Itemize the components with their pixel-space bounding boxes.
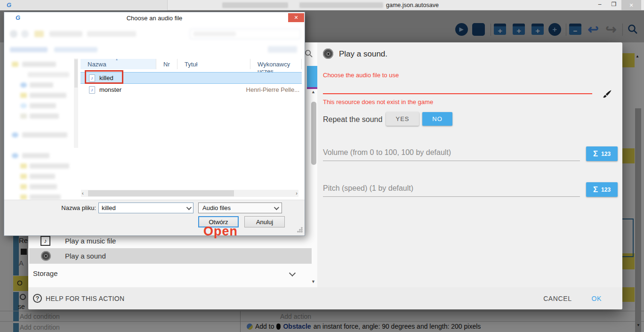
scroll-right-arrow[interactable]: › [296,190,298,196]
scroll-left-arrow[interactable]: ‹ [82,190,84,196]
screen: ▶ ＋ ＋ ＋ ＋ − ↩ ↪ Re A O se Add condition … [0,0,644,332]
column-separator [250,59,250,69]
gdevelop-icon: G [7,1,11,8]
filetype-combobox[interactable]: Audio files [198,202,282,213]
tab-accent-bar [307,87,317,89]
list-header-row: Nazwa ▲ Nr Tytuł Wykonawcy uczes... [80,59,302,69]
column-separator [177,59,177,69]
audio-file-icon: ♪ [89,86,95,94]
close-button[interactable]: ✕ [621,0,641,10]
column-separator [156,59,156,69]
pitch-expression-button[interactable]: Σ 123 [586,182,618,197]
scrollbar-thumb[interactable] [88,190,234,196]
numbers-icon: 123 [601,151,611,157]
choose-audio-file-dialog: G Choose an audio file ✕ [4,12,305,236]
filetype-value: Audio files [202,204,231,211]
window-title-blurred [299,2,383,8]
help-icon: ? [33,294,42,303]
sigma-icon: Σ [593,149,598,159]
gdevelop-icon: G [16,14,20,21]
list-scrollbar-thumb[interactable] [311,102,316,165]
column-separator [301,59,302,69]
help-label: HELP FOR THIS ACTION [46,295,124,302]
speaker-icon [41,251,51,261]
window-titlebar: G game.json.autosave – ❐ ✕ [0,0,644,10]
ok-button[interactable]: OK [592,295,602,302]
column-header-nr[interactable]: Nr [163,61,170,68]
filename-combobox[interactable]: killed [98,202,193,213]
file-artist: Henri-Pierre Pelle... [246,86,299,93]
annotation-red-box [85,70,123,84]
resource-error-text: This resource does not exist in the game [323,98,433,105]
repeat-label: Repeat the sound [323,115,382,124]
file-dialog-toolbar-blurred [6,24,304,55]
volume-input[interactable] [323,151,580,161]
combo-arrow-icon [186,204,192,210]
minimize-button[interactable]: – [594,1,605,8]
pitch-input[interactable] [323,186,580,197]
file-dialog-title: Choose an audio file [4,12,305,22]
column-label: Nazwa [88,61,106,68]
cancel-file-button[interactable]: Anuluj [244,216,285,227]
annotation-open-text: Open [203,224,238,239]
column-header-tytul[interactable]: Tytuł [185,61,197,68]
chevron-down-icon [289,270,296,276]
file-dialog-close-button[interactable]: ✕ [288,13,304,22]
cancel-button[interactable]: CANCEL [543,295,572,302]
dialog-footer: ? HELP FOR THIS ACTION CANCEL OK [28,287,622,309]
instruction-search-icon[interactable] [304,49,313,60]
selected-tab-indicator[interactable] [307,66,317,87]
list-horizontal-scrollbar[interactable]: ‹ › [81,190,298,197]
list-item-label: Play a music file [65,237,116,245]
storage-label: Storage [33,269,58,277]
sigma-icon: Σ [593,185,598,194]
column-header-nazwa[interactable]: Nazwa ▲ [80,59,156,69]
file-row-monster[interactable]: ♪ monster Henri-Pierre Pelle... [80,84,302,95]
repeat-yes-button[interactable]: YES [386,112,419,126]
volume-expression-button[interactable]: Σ 123 [586,146,618,161]
music-file-icon: ♪ [40,236,50,246]
list-item-label: Play a sound [65,252,106,260]
filename-value: killed [102,204,116,211]
list-scroll-up[interactable]: ▲ [311,89,315,94]
audio-file-label: Choose the audio file to use [323,72,399,79]
action-speaker-icon [323,49,333,59]
storage-section-header[interactable]: Storage [29,266,312,281]
nav-scrollbar[interactable] [74,58,78,148]
file-name: monster [99,86,121,93]
audio-file-input[interactable] [323,84,592,94]
list-scroll-down[interactable]: ▼ [311,279,315,284]
resize-grip[interactable] [297,227,303,233]
file-dialog-titlebar: G Choose an audio file [4,12,305,23]
list-item-play-sound[interactable]: Play a sound [29,248,312,264]
help-button[interactable]: ? HELP FOR THIS ACTION [33,294,124,303]
combo-arrow-icon [274,204,279,210]
action-title: Play a sound. [339,49,387,59]
sort-ascending-icon: ▲ [115,58,118,61]
filename-label: Nazwa pliku: [32,204,96,211]
nav-pane-blurred[interactable] [8,57,79,198]
window-tab: G [0,0,168,10]
repeat-no-button[interactable]: NO [422,112,452,126]
window-title-blurred [222,2,288,8]
numbers-icon: 123 [601,186,611,193]
window-title: game.json.autosave [386,2,439,8]
restore-button[interactable]: ❐ [608,1,620,8]
brush-icon[interactable] [601,89,612,103]
